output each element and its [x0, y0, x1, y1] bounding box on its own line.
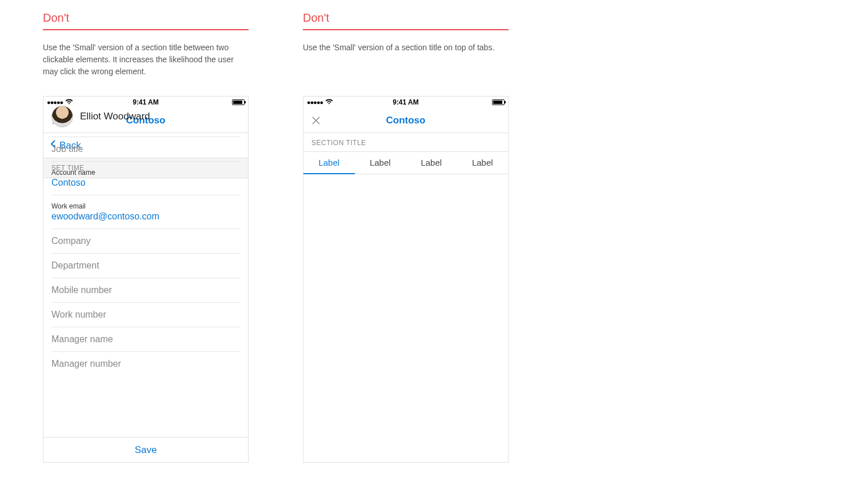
- contact-name: Elliot Woodward: [80, 111, 150, 122]
- field-placeholder: Department: [51, 260, 240, 271]
- tabs-row: Label Label Label Label: [303, 152, 508, 174]
- field-placeholder: Manager number: [51, 359, 240, 369]
- field-account-name[interactable]: Account name Contoso: [51, 161, 240, 195]
- field-manager-name[interactable]: Manager name: [51, 327, 240, 351]
- phone-mockup-1: ●●●●● 9:41 AM Contoso: [43, 96, 249, 463]
- nav-title: Contoso: [303, 115, 508, 126]
- dont-description-1: Use the 'Small' version of a section tit…: [43, 42, 249, 79]
- dont-heading-2: Don't: [303, 11, 509, 30]
- field-placeholder: Company: [51, 236, 240, 246]
- example-dont-1: Don't Use the 'Small' version of a secti…: [43, 11, 249, 463]
- nav-bar: Contoso: [303, 108, 508, 133]
- field-manager-number[interactable]: Manager number: [51, 351, 240, 376]
- save-label: Save: [135, 444, 157, 456]
- status-time: 9:41 AM: [303, 98, 508, 106]
- tab-4[interactable]: Label: [457, 152, 509, 174]
- avatar: [51, 106, 73, 127]
- field-department[interactable]: Department: [51, 253, 240, 278]
- battery-icon: [492, 99, 505, 105]
- tab-2[interactable]: Label: [355, 152, 406, 174]
- field-value: Contoso: [51, 178, 240, 188]
- field-value: ewoodward@contoso.com: [51, 211, 240, 222]
- status-bar: ●●●●● 9:41 AM: [303, 97, 508, 108]
- field-job-title[interactable]: Job title: [51, 137, 240, 161]
- save-button[interactable]: Save: [43, 437, 248, 462]
- field-company[interactable]: Company: [51, 229, 240, 253]
- empty-content-area: [303, 174, 508, 462]
- section-title-small: SECTION TITLE: [303, 133, 508, 152]
- field-placeholder: Mobile number: [51, 285, 240, 295]
- tab-1[interactable]: Label: [303, 152, 355, 174]
- field-label: Work email: [51, 202, 240, 210]
- field-placeholder: Manager name: [51, 334, 240, 344]
- field-work-number[interactable]: Work number: [51, 302, 240, 327]
- phone-mockup-2: ●●●●● 9:41 AM Contoso SECTION TITLE L: [303, 96, 509, 463]
- field-placeholder: Work number: [51, 310, 240, 320]
- tab-3[interactable]: Label: [406, 152, 457, 174]
- field-placeholder: Job title: [51, 144, 240, 154]
- field-label: Account name: [51, 169, 240, 177]
- field-mobile-number[interactable]: Mobile number: [51, 278, 240, 302]
- dont-description-2: Use the 'Small' version of a section tit…: [303, 42, 509, 79]
- example-dont-2: Don't Use the 'Small' version of a secti…: [303, 11, 509, 463]
- field-work-email[interactable]: Work email ewoodward@contoso.com: [51, 195, 240, 229]
- dont-heading-1: Don't: [43, 11, 249, 30]
- contact-row[interactable]: Elliot Woodward: [43, 97, 248, 137]
